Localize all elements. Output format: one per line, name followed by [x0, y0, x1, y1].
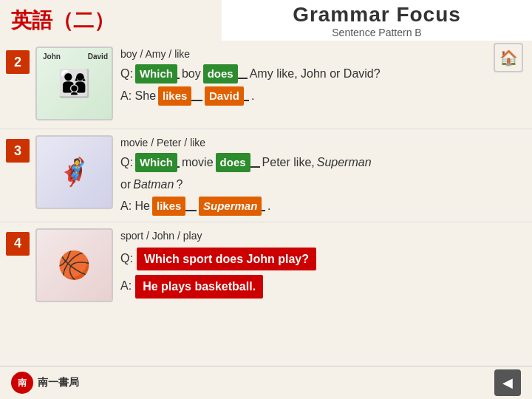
- q2-suffix: Amy like, John or David?: [250, 64, 381, 83]
- q3-blank1: Which: [135, 153, 180, 168]
- a3-period: .: [267, 197, 270, 216]
- section-4: 4 🏀 sport / John / play Q: Which sport d…: [0, 222, 532, 311]
- section3-icon: 🦸: [58, 159, 91, 185]
- which-tag-3: Which: [135, 153, 177, 172]
- q3-suffix1: Peter like,: [262, 153, 315, 172]
- david-tag-2: David: [205, 86, 244, 106]
- superman-tag-3: Superman: [199, 197, 262, 216]
- label-david: David: [88, 52, 108, 61]
- question-4: Q: Which sport does John play?: [120, 246, 525, 271]
- a2-prefix: A: She: [120, 86, 156, 106]
- a2-blank2: David: [205, 86, 249, 101]
- q3-italic2: Batman: [133, 175, 174, 194]
- publisher-name: 南一書局: [38, 376, 79, 389]
- answer-3: A: He likes Superman .: [120, 197, 525, 216]
- section-4-image: 🏀: [35, 228, 113, 302]
- header-area: Grammar Focus Sentence Pattern B: [222, 0, 532, 41]
- q2-blank1: Which: [135, 64, 180, 79]
- likes-tag-2: likes: [158, 86, 191, 106]
- section-3-image: 🦸: [35, 135, 113, 209]
- a4-full: He plays basketball.: [135, 275, 263, 299]
- publisher-logo: 南 南一書局: [11, 372, 79, 394]
- q4-prefix: Q:: [120, 249, 133, 268]
- which-tag-2: Which: [135, 64, 177, 83]
- question-2: Q: Which boy does Amy like, John or Davi…: [120, 64, 525, 83]
- publisher-icon: 南: [11, 372, 33, 394]
- question-3b: or Batman ?: [120, 175, 525, 194]
- q3-movie: movie: [182, 153, 214, 172]
- a4-prefix: A:: [120, 276, 132, 296]
- section-2: 2 John David 👨‍👩‍👦 boy / Amy / like Q: W…: [0, 41, 532, 129]
- label-john: John: [43, 52, 61, 61]
- does-tag-3: does: [216, 153, 250, 172]
- a3-blank1: likes: [152, 197, 197, 211]
- q3-q: ?: [176, 175, 183, 194]
- section-2-text: boy / Amy / like Q: Which boy does Amy l…: [120, 47, 525, 105]
- a3-blank2: Superman: [199, 197, 265, 211]
- q3-italic1: Superman: [317, 153, 372, 172]
- section-4-text: sport / John / play Q: Which sport does …: [120, 228, 525, 299]
- section-3: 3 🦸 movie / Peter / like Q: Which movie …: [0, 129, 532, 222]
- section-num-3: 3: [6, 139, 30, 163]
- section-num-4: 4: [6, 232, 30, 256]
- page-title: Grammar Focus: [293, 3, 461, 27]
- page-subtitle: Sentence Pattern B: [332, 27, 421, 38]
- hint-4: sport / John / play: [120, 230, 525, 242]
- logo-area: 英語（二）: [0, 0, 222, 41]
- section-num-2: 2: [6, 50, 30, 74]
- back-button[interactable]: ◀: [494, 369, 521, 396]
- hint-2: boy / Amy / like: [120, 48, 525, 60]
- content-area: 2 John David 👨‍👩‍👦 boy / Amy / like Q: W…: [0, 41, 532, 366]
- does-tag-2: does: [203, 64, 238, 83]
- section4-icon: 🏀: [58, 252, 91, 279]
- footer: 南 南一書局 ◀: [0, 366, 532, 399]
- q2-boy: boy: [182, 64, 201, 83]
- back-icon: ◀: [502, 375, 513, 391]
- q3-prefix: Q:: [120, 153, 133, 172]
- logo-text: 英語（二）: [11, 7, 115, 35]
- hint-3: movie / Peter / like: [120, 137, 525, 149]
- section-2-image: John David 👨‍👩‍👦: [35, 47, 113, 120]
- question-3: Q: Which movie does Peter like, Superman: [120, 153, 525, 172]
- people-icon: 👨‍👩‍👦: [58, 70, 91, 97]
- a3-prefix: A: He: [120, 197, 150, 216]
- section-3-text: movie / Peter / like Q: Which movie does…: [120, 135, 525, 216]
- a2-blank1: likes: [158, 86, 202, 101]
- a2-period: .: [251, 86, 254, 106]
- q2-prefix: Q:: [120, 64, 133, 83]
- answer-4: A: He plays basketball.: [120, 273, 525, 299]
- q4-full: Which sport does John play?: [137, 248, 316, 271]
- likes-tag-3: likes: [152, 197, 185, 216]
- q2-blank2: does: [203, 64, 248, 79]
- q3-blank2: does: [216, 153, 260, 168]
- answer-2: A: She likes David .: [120, 86, 525, 106]
- q3-or: or: [120, 175, 131, 194]
